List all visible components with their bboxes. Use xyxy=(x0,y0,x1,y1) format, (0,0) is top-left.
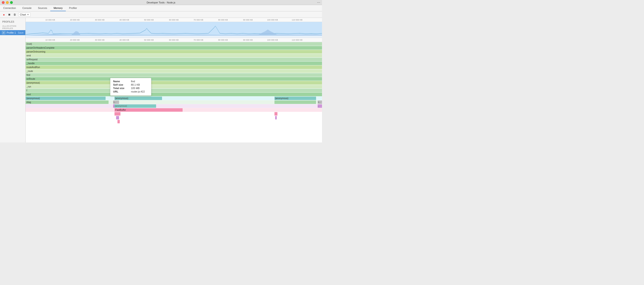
tooltip-value: 80.1 KB xyxy=(131,83,140,86)
flame-area[interactable]: 10 000 KB 20 000 KB 30 000 KB 40 000 KB … xyxy=(26,38,322,142)
svg-rect-1 xyxy=(3,32,4,32)
minimize-button[interactable] xyxy=(6,1,9,4)
flame-row[interactable]: _run xyxy=(26,85,322,89)
tooltip-key: URL xyxy=(113,90,129,93)
flame-row[interactable]: onRoute xyxy=(26,77,322,81)
titlebar-buttons xyxy=(2,1,13,4)
scale-label-90k: 90 000 KB xyxy=(243,19,253,21)
tab-connection[interactable]: Connection xyxy=(0,5,19,11)
tab-console[interactable]: Console xyxy=(19,5,35,11)
flame-scale-90k: 90 000 KB xyxy=(243,39,253,41)
flame-row[interactable]: emit xyxy=(26,54,322,57)
sidebar: Profiles ALLOCATION PROFILES Profile 1 S… xyxy=(0,18,26,142)
svg-rect-2 xyxy=(3,33,4,33)
flame-row[interactable]: parserOnIncoming xyxy=(26,50,322,54)
flame-row[interactable]: _route xyxy=(26,69,322,73)
flame-scale-110k: 110 000 KB xyxy=(292,39,302,41)
tab-memory[interactable]: Memory xyxy=(50,5,66,11)
flame-row[interactable]: next xyxy=(26,92,322,96)
tab-profiler[interactable]: Profiler xyxy=(66,5,80,11)
flame-row[interactable]: f xyxy=(26,89,322,92)
flame-scale-20k: 20 000 KB xyxy=(70,39,80,41)
profile-label: Profile 1 xyxy=(7,31,18,34)
flame-scale-10k: 10 000 KB xyxy=(46,39,55,41)
tooltip-value: router.js:422 xyxy=(131,90,145,93)
flame-row[interactable]: FastBuffer xyxy=(26,108,322,112)
tooltip-row: Namefind xyxy=(113,80,148,83)
scale-label-20k: 20 000 KB xyxy=(70,19,80,21)
tooltip-row: Total size105 MB xyxy=(113,87,148,89)
flame-rows: (root)parserOnHeadersCompleteparserOnInc… xyxy=(26,42,322,127)
flame-row[interactable]: ...(anonymous)... xyxy=(26,104,322,108)
tooltip-row: Self size80.1 KB xyxy=(113,83,148,86)
flame-row[interactable]: onRequest xyxy=(26,57,322,61)
profiles-title: Profiles xyxy=(0,20,25,23)
save-button[interactable]: Save xyxy=(18,31,24,34)
profile-item[interactable]: Profile 1 Save xyxy=(0,30,25,35)
tooltip-key: Name xyxy=(113,80,129,83)
record-button[interactable]: ● xyxy=(2,12,6,17)
flame-scale-50k: 50 000 KB xyxy=(144,39,154,41)
chart-canvas[interactable] xyxy=(26,22,322,36)
flame-row[interactable]: routeAndRun xyxy=(26,65,322,69)
more-icon[interactable]: ⋯ xyxy=(317,1,320,4)
maximize-button[interactable] xyxy=(10,1,13,4)
flame-row[interactable]: _handle xyxy=(26,61,322,65)
chart-area: 10 000 KB 20 000 KB 30 000 KB 40 000 KB … xyxy=(26,18,322,38)
flame-row[interactable]: etags...s... xyxy=(26,100,322,104)
main-layout: Profiles ALLOCATION PROFILES Profile 1 S… xyxy=(0,18,322,142)
close-button[interactable] xyxy=(2,1,4,4)
tooltip-value: find xyxy=(131,80,135,83)
scale-label-110k: 110 000 KB xyxy=(292,19,302,21)
toolbar: ● ⏹ 🗑 Chart ▼ xyxy=(0,11,322,18)
flame-row[interactable] xyxy=(26,124,322,127)
flame-row[interactable]: (anonymous) xyxy=(26,81,322,85)
scale-label-100k: 100 000 KB xyxy=(267,19,278,21)
flame-row[interactable]: find xyxy=(26,73,322,77)
tooltip-key: Total size xyxy=(113,87,129,89)
tooltip-value: 105 MB xyxy=(131,87,140,89)
flame-row[interactable]: parserOnHeadersComplete xyxy=(26,46,322,50)
scale-label-80k: 80 000 KB xyxy=(218,19,228,21)
tooltip-row: URLrouter.js:422 xyxy=(113,90,148,93)
flame-scale-40k: 40 000 KB xyxy=(120,39,129,41)
chart-select[interactable]: Chart ▼ xyxy=(18,12,30,17)
tab-sources[interactable]: Sources xyxy=(35,5,50,11)
tooltip-key: Self size xyxy=(113,83,129,86)
flame-scale-70k: 70 000 KB xyxy=(194,39,203,41)
tooltip: NamefindSelf size80.1 KBTotal size105 MB… xyxy=(110,78,151,96)
flame-scale-30k: 30 000 KB xyxy=(95,39,104,41)
flame-scale-bar: 10 000 KB 20 000 KB 30 000 KB 40 000 KB … xyxy=(26,38,322,42)
scale-label-30k: 30 000 KB xyxy=(95,19,104,21)
flame-row[interactable]: (root) xyxy=(26,42,322,46)
window-title: Developer Tools - Node.js xyxy=(147,1,176,4)
flame-row[interactable] xyxy=(26,120,322,124)
tabbar: Connection Console Sources Memory Profil… xyxy=(0,5,322,11)
svg-rect-4 xyxy=(26,22,322,36)
scale-label-40k: 40 000 KB xyxy=(120,19,129,21)
dropdown-arrow-icon: ▼ xyxy=(27,13,29,16)
clear-button[interactable]: 🗑 xyxy=(13,12,17,17)
scale-label-60k: 60 000 KB xyxy=(169,19,178,21)
flame-row[interactable] xyxy=(26,116,322,120)
flame-scale-100k: 100 000 KB xyxy=(267,39,278,41)
scale-label-70k: 70 000 KB xyxy=(194,19,203,21)
allocation-title: ALLOCATION PROFILES xyxy=(0,23,25,30)
flame-scale-60k: 60 000 KB xyxy=(169,39,178,41)
profile-icon xyxy=(2,31,6,34)
stop-button[interactable]: ⏹ xyxy=(7,12,12,17)
flame-row[interactable]: (anonymous)(anonymous)(anonymous) xyxy=(26,96,322,100)
flame-row[interactable] xyxy=(26,112,322,116)
flame-scale-80k: 80 000 KB xyxy=(218,39,228,41)
top-scale-bar: 10 000 KB 20 000 KB 30 000 KB 40 000 KB … xyxy=(26,18,322,22)
scale-label-10k: 10 000 KB xyxy=(46,19,55,21)
content-area: 10 000 KB 20 000 KB 30 000 KB 40 000 KB … xyxy=(26,18,322,142)
titlebar: Developer Tools - Node.js ⋯ xyxy=(0,0,322,5)
scale-label-50k: 50 000 KB xyxy=(144,19,154,21)
